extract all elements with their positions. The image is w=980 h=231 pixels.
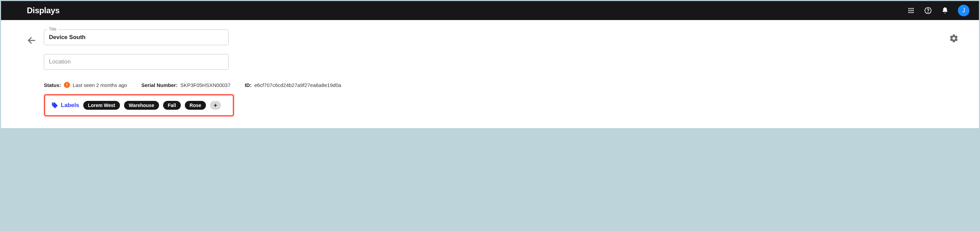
notifications-bell-icon[interactable] [941,6,949,14]
settings-gear-icon[interactable] [949,33,959,45]
svg-rect-5 [912,10,913,11]
device-meta-row: Status: ! Last seen 2 months ago Serial … [44,82,953,88]
header-actions: J [907,5,969,16]
app-header: Displays [1,1,979,20]
location-input[interactable] [44,54,229,70]
page-title: Displays [27,6,59,15]
svg-rect-0 [908,8,910,9]
add-label-button[interactable]: + [210,101,221,110]
id-value: e6cf707c6cd24b27a9f27ea6a8e19d0a [254,82,341,88]
title-input[interactable] [44,30,229,45]
tag-icon [51,102,58,109]
svg-rect-6 [908,12,910,13]
user-avatar[interactable]: J [958,5,969,16]
svg-point-10 [928,12,928,12]
serial-block: Serial Number: SKP3F05HSXN00037 [142,82,231,88]
svg-rect-7 [910,12,912,13]
help-icon[interactable] [924,6,932,14]
title-field-label: Title [47,27,58,32]
labels-highlight-box: Labels Lorem West Warehouse Fall Rose + [44,94,234,116]
location-field-wrapper [44,54,229,70]
status-warning-icon: ! [64,82,70,88]
status-label: Status: [44,82,61,88]
svg-rect-2 [912,8,913,9]
id-block: ID: e6cf707c6cd24b27a9f27ea6a8e19d0a [245,82,341,88]
apps-grid-icon[interactable] [907,6,915,14]
serial-label: Serial Number: [142,82,178,88]
label-chip[interactable]: Rose [185,101,206,110]
svg-rect-3 [908,10,910,11]
label-chip[interactable]: Warehouse [124,101,159,110]
title-field-wrapper: Title [44,30,229,45]
labels-heading: Labels [61,102,79,109]
svg-rect-4 [910,10,912,11]
avatar-initial: J [963,8,965,14]
status-block: Status: ! Last seen 2 months ago [44,82,127,88]
labels-link[interactable]: Labels [51,102,79,109]
id-label: ID: [245,82,251,88]
back-arrow-icon[interactable] [27,36,37,46]
serial-value: SKP3F05HSXN00037 [180,82,231,88]
status-value: Last seen 2 months ago [73,82,127,88]
label-chip[interactable]: Lorem West [83,101,120,110]
label-chip[interactable]: Fall [163,101,181,110]
svg-rect-1 [910,8,912,9]
svg-rect-8 [912,12,913,13]
